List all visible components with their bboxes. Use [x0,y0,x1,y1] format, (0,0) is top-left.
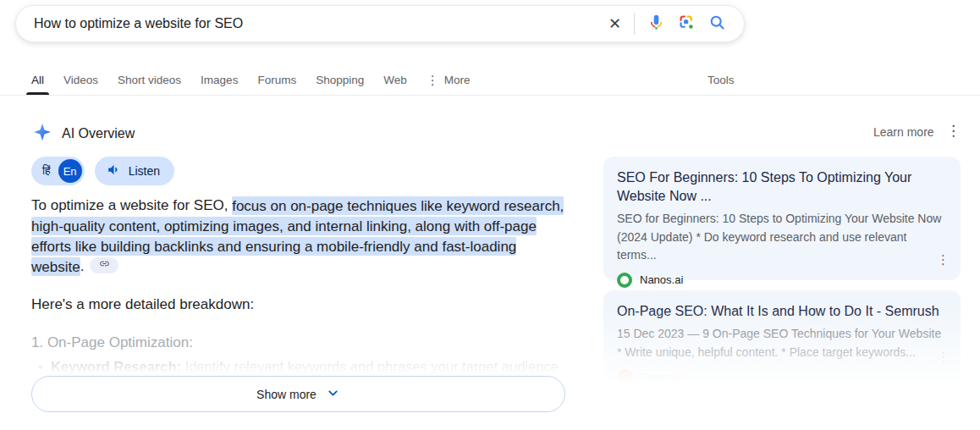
citation-menu-button[interactable]: ⋮ [937,253,950,267]
citation-source-row: Nanos.ai [617,273,947,288]
citation-source-row: Semrush [617,369,947,384]
learn-more-link[interactable]: Learn more [873,125,934,139]
faded-bullet-item: • Keyword Research: Identify relevant ke… [38,359,565,375]
google-search-results-page: ✕ [0,0,980,430]
bullet-marker: • [38,359,43,374]
language-option-hindi[interactable]: हिं [42,164,51,178]
citation-card[interactable]: On-Page SEO: What It Is and How to Do It… [603,290,961,430]
search-bar: ✕ [15,5,745,42]
semrush-favicon [617,369,632,384]
show-more-button[interactable]: Show more [31,376,565,412]
tab-more-label: More [444,74,471,86]
tab-shopping[interactable]: Shopping [316,64,364,95]
speaker-icon [107,163,121,179]
tools-button[interactable]: Tools [707,64,735,95]
citation-title[interactable]: SEO For Beginners: 10 Steps To Optimizin… [617,168,947,206]
tab-images[interactable]: Images [201,64,238,95]
lens-search-button[interactable] [678,14,696,34]
more-kebab-icon: ⋮ [427,74,439,86]
faded-bullet-text: Identify relevant keywords and phrases y… [181,359,559,374]
search-bar-icons: ✕ [608,13,744,35]
tab-all[interactable]: All [31,64,44,95]
ai-overview-menu-button[interactable]: ⋮ [946,124,961,140]
answer-text-start: To optimize a website for SEO, [31,197,232,213]
citation-snippet: SEO for Beginners: 10 Steps to Optimizin… [617,210,947,265]
google-lens-icon [678,14,696,34]
search-icon [708,14,726,34]
result-type-tabs: All Videos Short videos Images Forums Sh… [0,64,980,96]
tab-short-videos[interactable]: Short videos [118,64,181,95]
tab-videos[interactable]: Videos [63,64,98,95]
tab-web[interactable]: Web [383,64,407,95]
faded-bullet-bold: Keyword Research: [51,359,181,374]
citation-snippet: 15 Dec 2023 — 9 On-Page SEO Techniques f… [617,325,947,361]
nanos-favicon [617,273,632,288]
citation-link-chip[interactable] [90,257,118,273]
citation-card[interactable]: SEO For Beginners: 10 Steps To Optimizin… [603,157,961,280]
citation-menu-button[interactable]: ⋮ [937,350,950,365]
chevron-down-icon [326,386,340,403]
search-bar-divider [634,13,635,35]
search-submit-button[interactable] [708,14,726,34]
citation-source-name: Semrush [640,371,684,383]
listen-button[interactable]: Listen [95,157,174,185]
language-option-english[interactable]: En [58,159,82,183]
microphone-icon [647,14,665,34]
language-toggle[interactable]: हिं En [31,157,85,185]
faded-section-heading: 1. On-Page Optimization: [31,334,193,351]
search-input[interactable] [16,6,608,41]
citation-title[interactable]: On-Page SEO: What It Is and How to Do It… [617,302,947,321]
breakdown-heading: Here's a more detailed breakdown: [31,296,254,313]
tab-more[interactable]: ⋮ More [427,64,471,95]
clear-search-button[interactable]: ✕ [608,16,621,31]
close-icon: ✕ [608,16,621,31]
listen-label: Listen [129,164,160,178]
answer-text-end: . [80,258,85,274]
citation-source-name: Nanos.ai [640,273,683,286]
ai-sparkle-icon [32,122,52,146]
ai-overview-title: AI Overview [62,126,135,141]
voice-search-button[interactable] [647,14,665,34]
ai-overview-chips: हिं En Listen [31,157,174,185]
show-more-label: Show more [256,388,317,401]
link-icon [99,258,110,272]
ai-overview-header: AI Overview [32,122,135,146]
tab-forums[interactable]: Forums [257,64,296,95]
ai-answer-paragraph: To optimize a website for SEO, focus on … [31,196,565,277]
